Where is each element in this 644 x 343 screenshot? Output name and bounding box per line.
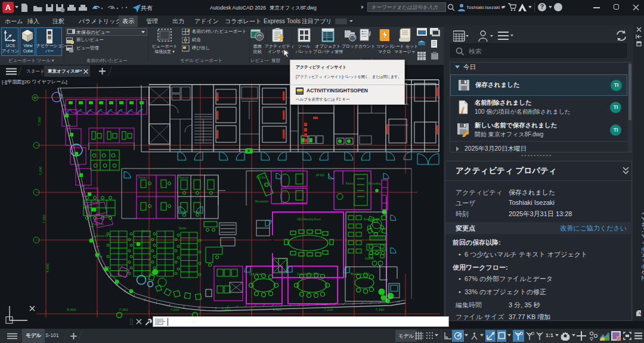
- svg-text:Full Rm: Full Rm: [256, 176, 266, 179]
- svg-text:7,190: 7,190: [375, 308, 385, 311]
- svg-text:Focus 1: Focus 1: [138, 176, 148, 179]
- svg-text:8,400: 8,400: [46, 263, 49, 273]
- svg-text:7,200: 7,200: [170, 308, 179, 311]
- svg-text:Breakfast WS 1: Breakfast WS 1: [364, 218, 383, 221]
- svg-text:Desk w: Desk w: [142, 230, 151, 233]
- svg-text:Peer rm: Peer rm: [179, 176, 188, 179]
- svg-text:#: #: [187, 29, 190, 33]
- svg-text:6,601: 6,601: [273, 308, 282, 311]
- svg-text:8F WS: 8F WS: [316, 174, 324, 177]
- svg-text:Focus rm 1: Focus rm 1: [97, 235, 110, 238]
- svg-text:#: #: [367, 29, 371, 38]
- svg-text:Focus rm: Focus rm: [92, 223, 104, 226]
- svg-text:7,300: 7,300: [38, 117, 41, 126]
- svg-text:Reception: Reception: [255, 199, 269, 203]
- svg-text:Recording: Recording: [369, 182, 381, 185]
- svg-text:Club Meeting Room: Club Meeting Room: [297, 273, 321, 276]
- svg-text:Kitchen: Kitchen: [365, 257, 374, 260]
- svg-text:7,000: 7,000: [119, 308, 128, 311]
- svg-text:Breakfast WS 2: Breakfast WS 2: [351, 273, 370, 276]
- svg-text:7,210: 7,210: [324, 308, 333, 311]
- svg-text:Desks: Desks: [179, 227, 187, 230]
- svg-text:7,150: 7,150: [42, 214, 46, 224]
- svg-text:7,200: 7,200: [39, 166, 42, 176]
- svg-text:CEO Meeting Room: CEO Meeting Room: [297, 218, 321, 221]
- svg-text:8,400: 8,400: [67, 308, 76, 311]
- svg-text:Pantry: Pantry: [346, 182, 354, 185]
- svg-text:Club Meeting: Club Meeting: [249, 273, 265, 276]
